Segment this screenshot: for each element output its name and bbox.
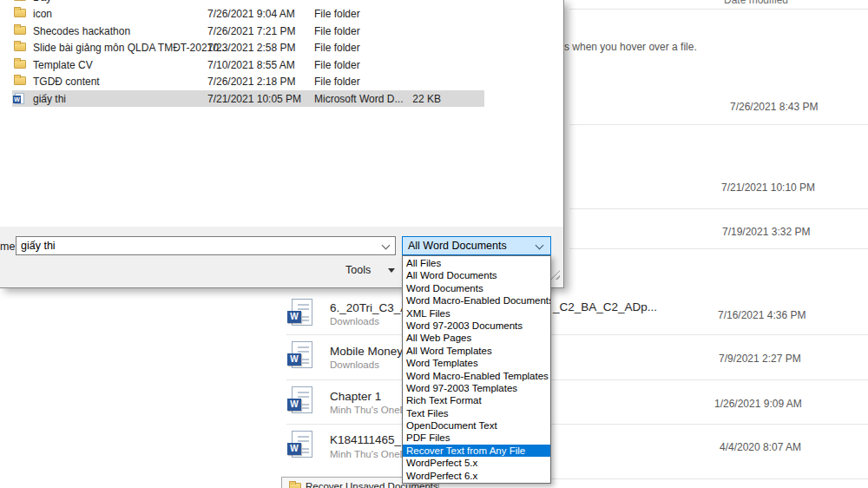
file-type-cell: File folder bbox=[314, 42, 360, 54]
file-date-cell: 7/26/2021 7:21 PM bbox=[207, 25, 295, 37]
row-divider bbox=[569, 124, 868, 125]
folder-icon bbox=[289, 483, 301, 488]
dropdown-item[interactable]: Word 97-2003 Templates bbox=[403, 382, 550, 394]
dropdown-item[interactable]: PDF Files bbox=[403, 432, 550, 444]
file-type-cell: File folder bbox=[314, 76, 360, 88]
word-document-icon: W bbox=[292, 341, 312, 368]
file-name-cell: TGDĐ content bbox=[33, 76, 100, 88]
recent-file-name-continuation: _C2_BA_C2_ADp... bbox=[553, 300, 657, 313]
hover-hint-text: s when you hover over a file. bbox=[564, 41, 697, 53]
date-modified-column-header[interactable]: Date modified bbox=[724, 0, 788, 6]
row-divider bbox=[569, 248, 868, 249]
open-dialog: Day icon 7/26/2021 9:04 AM File folder S… bbox=[0, 0, 564, 288]
screen: Date modified s when you hover over a fi… bbox=[0, 0, 868, 488]
file-row[interactable]: icon 7/26/2021 9:04 AM File folder bbox=[0, 5, 563, 22]
dropdown-item[interactable]: OpenDocument Text bbox=[403, 419, 550, 432]
word-document-icon: W bbox=[292, 299, 312, 326]
recent-file-row[interactable]: W Mobile Money Downloads 7/9/2021 2:27 P… bbox=[286, 335, 868, 379]
recent-file-location: Minh Thu's OneD bbox=[330, 405, 407, 415]
folder-icon bbox=[14, 9, 26, 17]
dropdown-item[interactable]: Rich Text Format bbox=[403, 394, 550, 406]
chevron-down-icon bbox=[536, 241, 544, 250]
file-name-cell: icon bbox=[33, 8, 52, 20]
resize-grip[interactable] bbox=[550, 270, 560, 280]
dropdown-item[interactable]: Word Documents bbox=[403, 282, 550, 294]
file-name-input[interactable] bbox=[16, 236, 396, 255]
tools-button[interactable]: Tools bbox=[345, 264, 395, 276]
word-document-icon: W bbox=[292, 386, 312, 413]
file-date-cell: 7/26/2021 9:04 AM bbox=[207, 8, 295, 20]
dropdown-item[interactable]: Word 97-2003 Documents bbox=[403, 320, 550, 332]
recent-file-date: 4/4/2020 8:07 AM bbox=[720, 441, 801, 453]
dropdown-item[interactable]: XML Files bbox=[403, 307, 550, 320]
folder-row-date: 7/21/2021 10:10 PM bbox=[721, 181, 815, 194]
file-date-cell: 7/23/2021 2:58 PM bbox=[207, 42, 295, 54]
dropdown-arrow-icon bbox=[388, 268, 395, 273]
file-date-cell: 7/21/2021 10:05 PM bbox=[207, 93, 301, 105]
recent-file-date: 7/9/2021 2:27 PM bbox=[719, 353, 801, 365]
folder-icon bbox=[14, 0, 26, 1]
file-type-cell: File folder bbox=[314, 59, 360, 71]
dropdown-item[interactable]: Word Macro-Enabled Documents bbox=[403, 294, 550, 307]
recent-file-date: 1/26/2021 9:09 AM bbox=[714, 398, 802, 410]
recent-file-date: 7/16/2021 4:36 PM bbox=[718, 309, 806, 321]
folder-icon bbox=[14, 76, 26, 85]
dropdown-item[interactable]: Word Macro-Enabled Templates bbox=[403, 370, 550, 382]
tools-label: Tools bbox=[345, 264, 371, 276]
dropdown-item[interactable]: All Word Documents bbox=[403, 269, 550, 281]
dropdown-item[interactable]: All Files bbox=[403, 257, 550, 269]
file-row[interactable]: Shecodes hackathon 7/26/2021 7:21 PM Fil… bbox=[0, 23, 563, 39]
dialog-file-list[interactable]: Day icon 7/26/2021 9:04 AM File folder S… bbox=[0, 0, 563, 227]
folder-row-date: 7/19/2021 3:32 PM bbox=[722, 226, 810, 238]
word-document-icon bbox=[15, 93, 24, 104]
recent-file-name: K184111465_ bbox=[330, 433, 401, 446]
recent-file-location: Minh Thu's OneD bbox=[330, 449, 407, 459]
file-row[interactable]: Slide bài giảng môn QLDA TMĐT-20210... 7… bbox=[0, 39, 563, 56]
folder-icon bbox=[14, 26, 26, 35]
recent-file-location: Downloads bbox=[330, 359, 379, 370]
word-document-icon: W bbox=[292, 431, 312, 458]
file-row[interactable]: Template CV 7/10/2021 8:55 AM File folde… bbox=[0, 56, 563, 73]
file-date-cell: 7/26/2021 2:18 PM bbox=[207, 76, 295, 88]
file-type-combobox[interactable]: All Word Documents bbox=[402, 236, 551, 255]
file-type-cell: File folder bbox=[314, 25, 360, 37]
file-type-cell: File folder bbox=[314, 8, 360, 20]
file-name-cell: Shecodes hackathon bbox=[33, 25, 130, 37]
dropdown-item[interactable]: WordPerfect 5.x bbox=[403, 457, 550, 469]
recent-file-name: Mobile Money bbox=[330, 345, 403, 358]
file-date-cell: 7/10/2021 8:55 AM bbox=[207, 59, 295, 71]
dropdown-item[interactable]: Text Files bbox=[403, 407, 550, 419]
dropdown-item[interactable]: All Web Pages bbox=[403, 332, 550, 344]
dropdown-item[interactable]: WordPerfect 6.x bbox=[403, 470, 550, 482]
folder-row-date: 7/26/2021 8:43 PM bbox=[730, 101, 818, 113]
file-name-cell: Day bbox=[33, 0, 51, 3]
folder-icon bbox=[14, 60, 26, 69]
dropdown-item[interactable]: All Word Templates bbox=[403, 345, 550, 357]
file-row-selected[interactable]: giấy thi 7/21/2021 10:05 PM Microsoft Wo… bbox=[0, 90, 563, 107]
row-divider bbox=[569, 208, 868, 209]
recent-file-name: Chapter 1 bbox=[330, 390, 381, 403]
recent-file-row[interactable]: W Chapter 1 Minh Thu's OneD 1/26/2021 9:… bbox=[286, 379, 868, 423]
dropdown-item-highlighted[interactable]: Recover Text from Any File bbox=[403, 445, 550, 457]
file-row[interactable]: TGDĐ content 7/26/2021 2:18 PM File fold… bbox=[0, 73, 563, 89]
recent-file-row[interactable]: W K184111465_ Minh Thu's OneD 4/4/2020 8… bbox=[286, 424, 868, 467]
file-name-cell: Slide bài giảng môn QLDA TMĐT-20210... bbox=[33, 42, 227, 54]
dropdown-item[interactable]: Word Templates bbox=[403, 357, 550, 369]
file-name-cell: Template CV bbox=[33, 59, 93, 71]
folder-icon bbox=[14, 43, 26, 51]
file-type-selected-value: All Word Documents bbox=[408, 240, 507, 252]
file-type-dropdown-list: All Files All Word Documents Word Docume… bbox=[402, 255, 551, 484]
file-size-cell: 22 KB bbox=[389, 93, 441, 105]
row-divider bbox=[569, 9, 868, 10]
file-name-cell: giấy thi bbox=[33, 93, 66, 105]
recent-file-location: Downloads bbox=[330, 316, 379, 326]
